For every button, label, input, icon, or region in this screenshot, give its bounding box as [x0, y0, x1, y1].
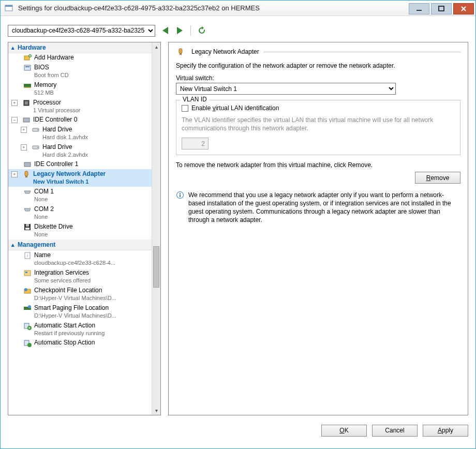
- window-title: Settings for cloudbackup-ce4f2e33-c628-4…: [15, 4, 409, 12]
- nav-item-ide-controller-1[interactable]: IDE Controller 1: [8, 160, 152, 169]
- vm-selector-combo[interactable]: cloudbackup-ce4f2e33-c628-4975-a332-ba23…: [8, 25, 155, 37]
- svg-rect-23: [26, 224, 29, 227]
- add-hardware-icon: [23, 54, 32, 62]
- apply-button[interactable]: Apply: [423, 425, 468, 437]
- svg-rect-21: [25, 176, 27, 177]
- expand-toggle[interactable]: +: [21, 127, 27, 133]
- svg-point-32: [28, 305, 31, 308]
- nav-forward-button[interactable]: [175, 26, 184, 35]
- refresh-icon: [198, 26, 206, 35]
- hard-drive-icon: [31, 143, 40, 152]
- maximize-button[interactable]: [431, 3, 452, 14]
- scroll-up-button[interactable]: ▴: [152, 42, 161, 51]
- nav-item-com-2[interactable]: COM 2None: [8, 204, 152, 222]
- nav-label: Hard Drive: [42, 143, 88, 151]
- nav-sublabel: Some services offered: [34, 277, 91, 285]
- scroll-thumb[interactable]: [153, 246, 159, 288]
- vlan-group-title: VLAN ID: [181, 96, 209, 103]
- cancel-button[interactable]: Cancel: [372, 425, 418, 437]
- nav-label: BIOS: [34, 64, 69, 71]
- scroll-down-button[interactable]: ▾: [152, 406, 161, 415]
- nav-item-hard-drive-2[interactable]: + Hard DriveHard disk 2.avhdx: [8, 142, 152, 160]
- nav-sublabel: None: [34, 196, 54, 203]
- management-category-header[interactable]: ▴ Management: [8, 240, 152, 250]
- vlan-description: The VLAN identifier specifies the virtua…: [182, 116, 455, 132]
- svg-rect-13: [25, 101, 28, 104]
- nav-item-bios[interactable]: BIOSBoot from CD: [8, 63, 152, 80]
- svg-rect-28: [25, 272, 27, 273]
- nav-item-ide-controller-0[interactable]: − IDE Controller 0: [8, 115, 152, 125]
- nav-item-hard-drive-1[interactable]: + Hard DriveHard disk 1.avhdx: [8, 125, 152, 142]
- nav-item-diskette-drive[interactable]: Diskette DriveNone: [8, 222, 152, 240]
- nav-item-processor[interactable]: + Processor1 Virtual processor: [8, 98, 152, 115]
- titlebar[interactable]: Settings for cloudbackup-ce4f2e33-c628-4…: [1, 1, 475, 16]
- bios-icon: [23, 64, 32, 72]
- svg-point-37: [27, 343, 32, 347]
- nav-label: IDE Controller 0: [33, 116, 77, 124]
- remove-button[interactable]: Remove: [415, 172, 460, 184]
- nav-sublabel: Hard disk 1.avhdx: [42, 133, 88, 141]
- paging-icon: [23, 304, 32, 312]
- nav-sublabel: cloudbackup-ce4f2e33-c628-4...: [34, 259, 115, 267]
- hard-drive-icon: [31, 126, 40, 134]
- svg-rect-2: [416, 10, 422, 11]
- name-icon: I: [23, 251, 32, 260]
- expand-toggle[interactable]: +: [11, 100, 18, 106]
- nav-back-button[interactable]: [160, 26, 170, 35]
- vlan-id-group: VLAN ID Enable virtual LAN identificatio…: [176, 100, 460, 155]
- nav-item-integration-services[interactable]: Integration ServicesSome services offere…: [8, 268, 152, 286]
- detail-description: Specify the configuration of the network…: [176, 62, 460, 69]
- nav-label: COM 1: [34, 188, 54, 196]
- com-port-icon: [23, 188, 32, 196]
- nav-sublabel: New Virtual Switch 1: [33, 178, 106, 186]
- ok-button[interactable]: OK: [321, 425, 367, 437]
- minimize-button[interactable]: [409, 3, 429, 14]
- nav-label: IDE Controller 1: [34, 160, 78, 168]
- expand-toggle[interactable]: −: [11, 117, 18, 123]
- hardware-category-header[interactable]: ▴ Hardware: [8, 42, 152, 53]
- svg-rect-11: [24, 87, 31, 88]
- nav-label: Hard Drive: [42, 126, 88, 133]
- nav-label: Smart Paging File Location: [34, 304, 116, 312]
- detail-panel: Legacy Network Adapter Specify the confi…: [168, 42, 468, 415]
- svg-rect-9: [25, 66, 29, 67]
- nav-item-smart-paging-location[interactable]: Smart Paging File LocationD:\Hyper-V Vir…: [8, 303, 152, 321]
- nav-item-add-hardware[interactable]: Add Hardware: [8, 53, 152, 63]
- nav-item-automatic-start-action[interactable]: Automatic Start ActionRestart if previou…: [8, 321, 152, 338]
- stop-action-icon: [23, 339, 32, 347]
- svg-text:I: I: [27, 253, 28, 258]
- nav-item-automatic-stop-action[interactable]: Automatic Stop Action: [8, 338, 152, 348]
- network-adapter-icon: [22, 170, 31, 178]
- detail-title: Legacy Network Adapter: [191, 48, 259, 55]
- nav-item-memory[interactable]: Memory512 MB: [8, 80, 152, 98]
- nav-sublabel: None: [34, 213, 54, 221]
- nav-item-checkpoint-location[interactable]: Checkpoint File LocationD:\Hyper-V Virtu…: [8, 286, 152, 303]
- ide-controller-icon: [22, 116, 31, 124]
- expand-toggle[interactable]: +: [21, 144, 27, 151]
- nav-label: Checkpoint File Location: [34, 287, 116, 294]
- svg-rect-10: [24, 84, 31, 87]
- network-adapter-icon: [176, 48, 185, 56]
- close-button[interactable]: [453, 3, 474, 14]
- nav-sublabel: D:\Hyper-V Virtual Machines\D...: [34, 294, 116, 302]
- nav-item-com-1[interactable]: COM 1None: [8, 187, 152, 204]
- nav-item-name[interactable]: I Namecloudbackup-ce4f2e33-c628-4...: [8, 250, 152, 268]
- nav-label: Diskette Drive: [34, 223, 73, 231]
- nav-label: Automatic Start Action: [34, 322, 105, 330]
- enable-vlan-checkbox[interactable]: [182, 105, 188, 112]
- nav-sublabel: None: [34, 231, 73, 238]
- toolbar-separator: [190, 25, 191, 36]
- info-icon: [176, 191, 184, 199]
- vlan-id-input: [182, 138, 209, 149]
- svg-rect-8: [24, 65, 31, 70]
- nav-label: Add Hardware: [34, 54, 74, 62]
- virtual-switch-combo[interactable]: New Virtual Switch 1: [176, 83, 396, 95]
- refresh-button[interactable]: [197, 26, 206, 35]
- nav-sublabel: Hard disk 2.avhdx: [42, 151, 88, 159]
- svg-rect-1: [5, 5, 12, 7]
- memory-icon: [23, 81, 32, 89]
- expand-toggle[interactable]: +: [11, 171, 18, 177]
- nav-sublabel: 1 Virtual processor: [33, 107, 81, 114]
- nav-item-legacy-network-adapter[interactable]: + Legacy Network AdapterNew Virtual Swit…: [8, 169, 152, 187]
- nav-scrollbar[interactable]: ▴ ▾: [152, 42, 160, 415]
